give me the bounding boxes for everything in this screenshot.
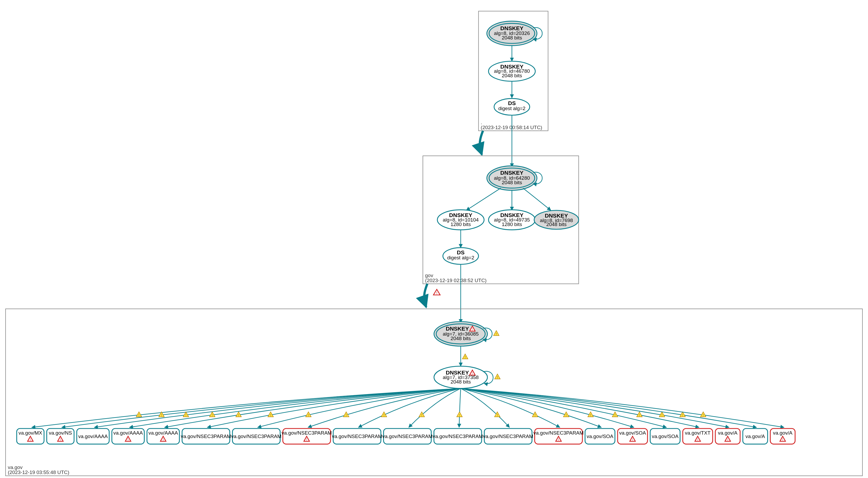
zone-root-label: . <box>481 120 482 125</box>
svg-text:!: ! <box>383 413 384 417</box>
node-va-zsk[interactable]: DNSKEY alg=7, id=37358 2048 bits ! <box>434 366 488 388</box>
node-root-zsk[interactable]: DNSKEY alg=8, id=46780 2048 bits <box>489 61 535 81</box>
svg-text:2048 bits: 2048 bits <box>502 73 522 78</box>
zone-gov-ts: (2023-12-19 02:38:52 UTC) <box>425 278 487 283</box>
svg-text:!: ! <box>497 376 498 379</box>
edge-vazsk-leaf <box>461 389 634 427</box>
svg-text:!: ! <box>421 413 422 417</box>
svg-text:1280 bits: 1280 bits <box>451 221 471 227</box>
leaf-label: va.gov/NSEC3PARAM <box>332 434 382 439</box>
dnssec-graph: . (2023-12-19 00:58:14 UTC) DNSKEY alg=8… <box>0 0 868 478</box>
zone-gov-label: gov <box>425 273 433 278</box>
warning-icon-va-ksk-self: ! <box>494 331 499 336</box>
zone-root-ts: (2023-12-19 00:58:14 UTC) <box>481 125 542 130</box>
error-icon-gov-to-va: ! <box>433 289 440 295</box>
warning-icon-edge: ! <box>419 412 425 417</box>
svg-text:1280 bits: 1280 bits <box>502 221 522 227</box>
edge-root-to-gov-zone <box>480 131 483 155</box>
svg-text:2048 bits: 2048 bits <box>451 379 471 385</box>
zone-va-label: va.gov <box>8 465 23 470</box>
svg-text:!: ! <box>639 413 640 417</box>
leaf-label: va.gov/A <box>745 434 765 439</box>
edge-vazsk-leaf <box>459 389 461 427</box>
svg-text:!: ! <box>186 413 187 417</box>
svg-text:!: ! <box>238 413 239 417</box>
leaf-label: va.gov/NSEC3PARAM <box>231 434 282 439</box>
svg-text:!: ! <box>60 438 61 442</box>
node-va-ksk[interactable]: DNSKEY alg=7, id=36085 2048 bits ! <box>434 322 488 346</box>
leaf-label: va.gov/MX <box>19 430 42 436</box>
svg-text:!: ! <box>590 413 591 417</box>
svg-text:!: ! <box>632 438 633 442</box>
svg-text:!: ! <box>661 413 663 417</box>
node-gov-zsk1[interactable]: DNSKEY alg=8, id=10104 1280 bits <box>437 210 484 230</box>
warning-icon-edge: ! <box>532 412 538 417</box>
svg-text:!: ! <box>306 438 307 442</box>
node-gov-zsk2[interactable]: DNSKEY alg=8, id=49735 1280 bits <box>489 210 535 230</box>
leaf-label: va.gov/SOA <box>619 430 646 436</box>
svg-text:!: ! <box>682 413 683 417</box>
svg-text:!: ! <box>727 438 728 442</box>
leaf-label: va.gov/AAAA <box>113 430 143 436</box>
svg-text:!: ! <box>212 413 213 417</box>
leaf-label: va.gov/TXT <box>685 430 711 436</box>
edge-vazsk-leaf <box>461 389 729 427</box>
svg-text:!: ! <box>782 438 783 442</box>
leaf-label: va.gov/NSEC3PARAM <box>181 434 231 439</box>
svg-text:!: ! <box>496 332 497 336</box>
node-root-ds[interactable]: DS digest alg=2 <box>494 98 530 115</box>
node-root-ksk[interactable]: DNSKEY alg=8, id=20326 2048 bits <box>487 21 537 46</box>
svg-text:DNSKEY: DNSKEY <box>500 170 524 176</box>
leaf-label: va.gov/A <box>718 430 738 436</box>
svg-text:2048 bits: 2048 bits <box>502 35 522 40</box>
svg-text:DS: DS <box>508 100 516 106</box>
svg-text:!: ! <box>459 413 460 417</box>
svg-text:!: ! <box>558 438 559 442</box>
svg-text:!: ! <box>472 371 473 375</box>
edge-govksk-ksk2 <box>523 188 551 210</box>
svg-text:!: ! <box>436 291 437 295</box>
svg-text:!: ! <box>270 413 271 417</box>
svg-text:!: ! <box>697 438 699 442</box>
leaf-label: va.gov/NSEC3PARAM <box>433 434 483 439</box>
svg-text:digest alg=2: digest alg=2 <box>498 106 526 111</box>
edge-gov-to-va-zone <box>424 284 427 307</box>
node-gov-ds[interactable]: DS digest alg=2 <box>443 248 479 264</box>
svg-text:2048 bits: 2048 bits <box>451 336 471 341</box>
svg-text:!: ! <box>703 413 704 417</box>
svg-text:!: ! <box>472 328 473 331</box>
svg-text:DNSKEY: DNSKEY <box>500 25 524 31</box>
leaf-label: va.gov/AAAA <box>78 434 108 439</box>
svg-text:!: ! <box>163 438 164 442</box>
svg-text:2048 bits: 2048 bits <box>502 180 522 185</box>
svg-text:!: ! <box>128 438 129 442</box>
leaf-label: va.gov/SOA <box>652 434 679 439</box>
svg-text:!: ! <box>615 413 616 417</box>
leaf-row: !va.gov/MX!!va.gov/NS!!va.gov/AAAA!va.go… <box>17 389 795 444</box>
svg-text:!: ! <box>534 413 536 417</box>
svg-text:!: ! <box>497 413 498 417</box>
leaf-label: va.gov/AAAA <box>149 430 178 436</box>
node-gov-ksk2[interactable]: DNSKEY alg=8, id=7698 2048 bits <box>534 210 579 229</box>
warning-icon-edge: ! <box>495 412 500 417</box>
zone-va-ts: (2023-12-19 03:55:48 UTC) <box>8 470 69 475</box>
svg-text:!: ! <box>138 413 140 417</box>
svg-text:digest alg=2: digest alg=2 <box>447 255 474 261</box>
edge-vazsk-leaf <box>129 389 461 427</box>
svg-text:DS: DS <box>457 249 464 256</box>
svg-text:!: ! <box>346 413 347 417</box>
leaf-label: va.gov/NSEC3PARAM <box>382 434 433 439</box>
svg-text:!: ! <box>566 413 567 417</box>
svg-text:2048 bits: 2048 bits <box>546 221 566 227</box>
leaf-label: va.gov/A <box>773 430 793 436</box>
svg-text:DNSKEY: DNSKEY <box>446 326 469 332</box>
svg-text:!: ! <box>161 413 162 417</box>
warning-icon-edge: ! <box>381 412 386 417</box>
warning-icon-vaksk-vazsk: ! <box>462 354 468 359</box>
edge-govksk-zsk1 <box>466 188 501 210</box>
svg-text:!: ! <box>465 355 466 359</box>
leaf-label: va.gov/NSEC3PARAM <box>533 430 584 436</box>
svg-text:!: ! <box>30 438 31 442</box>
leaf-label: va.gov/NSEC3PARAM <box>483 434 533 439</box>
node-gov-ksk[interactable]: DNSKEY alg=8, id=64280 2048 bits <box>487 166 537 190</box>
